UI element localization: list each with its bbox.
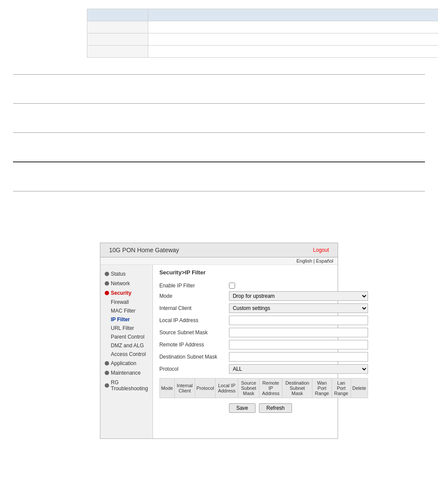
maintenance-bullet-icon <box>105 371 109 375</box>
protocol-select[interactable]: ALL TCP UDP ICMP <box>229 364 368 374</box>
internal-client-row: Internal Client Custom settings All <box>159 303 368 313</box>
divider-1 <box>13 74 425 75</box>
dest-subnet-row: Destination Subnet Mask <box>159 352 368 362</box>
save-button[interactable]: Save <box>229 403 256 413</box>
source-subnet-row: Source Subnet Mask <box>159 328 368 337</box>
local-ip-label: Local IP Address <box>159 317 229 323</box>
col-remote-ip: Remote IP Address <box>259 379 282 398</box>
gateway-title: 10G PON Home Gateway <box>109 247 179 254</box>
sidebar-item-rg-label: RG Troubleshooting <box>111 379 148 392</box>
sidebar-item-status-label: Status <box>111 271 126 277</box>
top-section <box>0 0 438 66</box>
sidebar-item-firewall[interactable]: Firewall <box>100 298 153 306</box>
gateway-header: 10G PON Home Gateway Logout <box>100 243 338 257</box>
col-mode: Mode <box>159 379 175 398</box>
main-content: Security>IP Filter Enable IP Filter Mode… <box>153 265 375 438</box>
table-row-3-col2 <box>148 46 438 58</box>
sidebar-item-network-label: Network <box>111 280 130 287</box>
local-ip-row: Local IP Address <box>159 316 368 325</box>
col-wan-port: Wan Port Range <box>312 379 332 398</box>
enable-ip-filter-checkbox[interactable] <box>229 283 235 289</box>
sidebar-item-status[interactable]: Status <box>100 269 153 279</box>
local-ip-input[interactable] <box>229 316 368 325</box>
ip-filter-form: Enable IP Filter Mode Drop for upstream … <box>159 283 368 374</box>
gateway-body: Status Network Security Firewall MAC Fil… <box>100 265 338 438</box>
button-row: Save Refresh <box>159 403 368 413</box>
remote-ip-input[interactable] <box>229 340 368 349</box>
dest-subnet-input[interactable] <box>229 352 368 362</box>
language-espanol[interactable]: Español <box>316 258 333 264</box>
col-internal-client: Internal Client <box>175 379 195 398</box>
dest-subnet-label: Destination Subnet Mask <box>159 354 229 360</box>
dmz-alg-label: DMZ and ALG <box>111 343 144 349</box>
sidebar-item-mac-filter[interactable]: MAC Filter <box>100 306 153 315</box>
application-bullet-icon <box>105 361 109 366</box>
internal-client-label: Internal Client <box>159 305 229 311</box>
remote-ip-row: Remote IP Address <box>159 340 368 349</box>
info-table <box>87 9 438 58</box>
protocol-row: Protocol ALL TCP UDP ICMP <box>159 364 368 374</box>
table-header-col1 <box>87 9 148 21</box>
divider-2 <box>13 103 425 104</box>
access-control-label: Access Control <box>111 351 146 357</box>
col-local-ip: Local IP Address <box>216 379 238 398</box>
security-bullet-icon <box>105 291 109 295</box>
status-bullet-icon <box>105 272 109 276</box>
table-row-2-col1 <box>87 33 148 46</box>
col-protocol: Protocol <box>195 379 216 398</box>
sidebar-item-parent-control[interactable]: Parent Control <box>100 333 153 341</box>
remote-ip-label: Remote IP Address <box>159 342 229 348</box>
col-dest-subnet: Destination Subnet Mask <box>282 379 312 398</box>
mode-select[interactable]: Drop for upstream Drop for downstream Al… <box>229 291 368 301</box>
language-separator: | <box>313 258 315 264</box>
col-source-subnet: Source Subnet Mask <box>238 379 259 398</box>
sidebar-item-dmz-alg[interactable]: DMZ and ALG <box>100 341 153 350</box>
sidebar-item-url-filter[interactable]: URL Filter <box>100 324 153 333</box>
source-subnet-label: Source Subnet Mask <box>159 329 229 336</box>
sidebar-item-network[interactable]: Network <box>100 279 153 288</box>
parent-control-label: Parent Control <box>111 334 144 340</box>
divider-3 <box>13 132 425 133</box>
sidebar-item-application[interactable]: Application <box>100 359 153 368</box>
sidebar: Status Network Security Firewall MAC Fil… <box>100 265 153 438</box>
url-filter-label: URL Filter <box>111 325 134 331</box>
enable-ip-filter-label: Enable IP Filter <box>159 283 229 289</box>
sidebar-item-rg-troubleshooting[interactable]: RG Troubleshooting <box>100 378 153 393</box>
language-english[interactable]: English <box>296 258 312 264</box>
internal-client-select[interactable]: Custom settings All <box>229 303 368 313</box>
enable-ip-filter-row: Enable IP Filter <box>159 283 368 289</box>
sidebar-item-ip-filter[interactable]: IP Filter <box>100 315 153 324</box>
network-bullet-icon <box>105 281 109 286</box>
logout-button[interactable]: Logout <box>313 247 329 253</box>
mac-filter-label: MAC Filter <box>111 308 136 314</box>
mode-row: Mode Drop for upstream Drop for downstre… <box>159 291 368 301</box>
page-heading: Security>IP Filter <box>159 269 368 277</box>
gateway-panel: 10G PON Home Gateway Logout English | Es… <box>100 243 338 439</box>
table-row-1-col2 <box>148 21 438 33</box>
dividers-area <box>0 74 438 234</box>
sidebar-item-maintenance-label: Maintenance <box>111 370 141 376</box>
ip-filter-table: Mode Internal Client Protocol Local IP A… <box>159 378 368 398</box>
table-row-2-col2 <box>148 33 438 46</box>
sidebar-item-application-label: Application <box>111 360 136 366</box>
rg-bullet-icon <box>105 383 109 388</box>
source-subnet-input[interactable] <box>229 328 368 337</box>
divider-4 <box>13 161 425 162</box>
mode-label: Mode <box>159 293 229 299</box>
protocol-label: Protocol <box>159 366 229 372</box>
divider-5 <box>13 191 425 191</box>
col-delete: Delete <box>351 379 368 398</box>
table-row-3-col1 <box>87 46 148 58</box>
language-bar: English | Español <box>100 257 338 265</box>
ip-filter-label: IP Filter <box>111 316 130 323</box>
firewall-label: Firewall <box>111 299 129 305</box>
sidebar-item-security-label: Security <box>111 290 131 296</box>
sidebar-item-security[interactable]: Security <box>100 288 153 298</box>
table-row-1-col1 <box>87 21 148 33</box>
refresh-button[interactable]: Refresh <box>259 403 292 413</box>
sidebar-item-maintenance[interactable]: Maintenance <box>100 368 153 378</box>
col-lan-port: Lan Port Range <box>332 379 351 398</box>
sidebar-item-access-control[interactable]: Access Control <box>100 350 153 359</box>
table-header-col2 <box>148 9 438 21</box>
